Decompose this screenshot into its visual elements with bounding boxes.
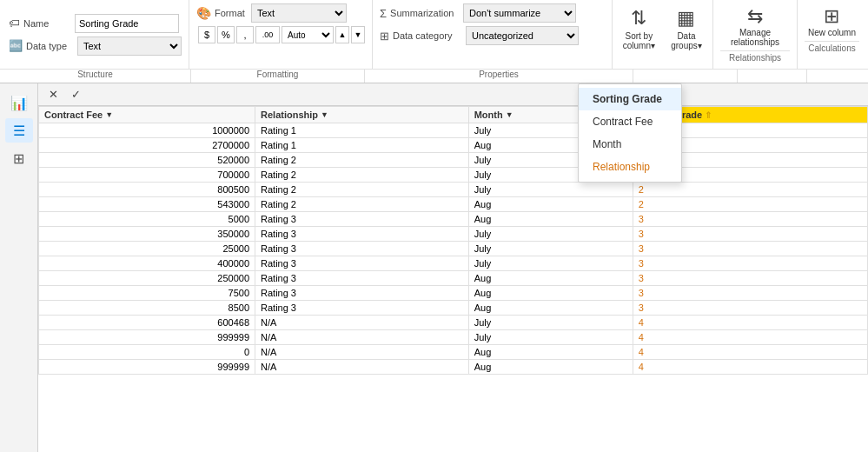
cell-month: July (468, 330, 633, 345)
cell-month: July (468, 227, 633, 242)
cell-contract-fee: 25000 (39, 242, 255, 256)
sidebar-icon-table[interactable]: ☰ (5, 118, 33, 143)
sort-by-column-dropdown: Sorting Grade Contract Fee Month Relatio… (578, 83, 682, 183)
cell-contract-fee: 543000 (39, 197, 255, 212)
datatype-row: 🔤 Data type Text (9, 37, 182, 56)
table-row: 520000 Rating 2 July 2 (39, 153, 868, 168)
datatype-icon: 🔤 (9, 39, 23, 52)
dollar-button[interactable]: $ (198, 26, 215, 43)
ribbon: 🏷 Name 🔤 Data type Text 🎨 Format Text (0, 0, 868, 83)
confirm-button[interactable]: ✓ (66, 86, 85, 103)
cell-relationship: Rating 3 (255, 271, 469, 286)
comma-button[interactable]: , (236, 26, 254, 43)
cell-month: Aug (468, 271, 633, 286)
table-row: 2700000 Rating 1 Aug 1 (39, 138, 868, 153)
datacategory-icon: ⊞ (380, 30, 389, 43)
table-row: 25000 Rating 3 July 3 (39, 242, 868, 256)
percent-button[interactable]: % (217, 26, 235, 43)
cell-contract-fee: 999999 (39, 360, 255, 375)
cell-relationship: N/A (255, 345, 469, 360)
cell-sorting-grade: 4 (633, 316, 867, 330)
cell-relationship: Rating 2 (255, 197, 469, 212)
datatype-field-label: Data type (26, 41, 74, 51)
decrement-button[interactable]: ▼ (351, 26, 365, 43)
increment-button[interactable]: ▲ (335, 26, 349, 43)
contract-fee-filter-icon[interactable]: ▼ (105, 110, 113, 119)
new-column-group: ⊞ New column Calculations (798, 0, 866, 69)
sidebar: 📊 ☰ ⊞ (0, 83, 38, 452)
relationship-filter-icon[interactable]: ▼ (321, 110, 328, 119)
new-column-button[interactable]: ⊞ New column (805, 3, 859, 39)
structure-group-label: Structure (0, 70, 191, 83)
cell-sorting-grade: 3 (633, 301, 867, 316)
cell-sorting-grade: 3 (633, 242, 867, 256)
table-row: 800500 Rating 2 July 2 (39, 183, 868, 197)
calculations-sublabel: Calculations (805, 41, 859, 53)
table-row: 999999 N/A Aug 4 (39, 360, 868, 375)
cell-month: Aug (468, 345, 633, 360)
dropdown-item-sorting-grade[interactable]: Sorting Grade (579, 88, 681, 110)
cell-contract-fee: 350000 (39, 227, 255, 242)
cell-month: Aug (468, 212, 633, 227)
cancel-button[interactable]: ✕ (43, 86, 63, 103)
table-row: 5000 Rating 3 Aug 3 (39, 212, 868, 227)
table-scroll[interactable]: Contract Fee ▼ Relationship ▼ (38, 106, 868, 452)
datacategory-select[interactable]: Uncategorized (466, 26, 579, 45)
cell-contract-fee: 700000 (39, 168, 255, 183)
format-group: 🎨 Format Text $ % , .00 Auto ▲ ▼ (189, 0, 373, 69)
data-groups-button[interactable]: ▦ Datagroups▾ (664, 3, 709, 54)
cell-contract-fee: 0 (39, 345, 255, 360)
cell-contract-fee: 600468 (39, 316, 255, 330)
cell-sorting-grade: 2 (633, 197, 867, 212)
cell-month: July (468, 256, 633, 271)
auto-select[interactable]: Auto (282, 26, 334, 43)
manage-relationships-button[interactable]: ⇆ Manage relationships (720, 3, 790, 49)
sort-by-column-button[interactable]: ⇅ Sort bycolumn▾ (616, 3, 662, 54)
format-row: 🎨 Format Text (196, 3, 365, 23)
properties-group: Σ Summarization Don't summarize ⊞ Data c… (373, 0, 613, 69)
summarization-row: Σ Summarization Don't summarize (380, 3, 605, 23)
table-row: 1000000 Rating 1 July 1 (39, 123, 868, 138)
properties-group-label: Properties (365, 70, 633, 83)
cell-relationship: N/A (255, 316, 469, 330)
cell-contract-fee: 400000 (39, 256, 255, 271)
cell-contract-fee: 1000000 (39, 123, 255, 138)
dropdown-item-month[interactable]: Month (579, 133, 681, 156)
table-toolbar: ✕ ✓ (38, 83, 868, 106)
table-container: ✕ ✓ Contract Fee ▼ (38, 83, 868, 452)
cell-contract-fee: 7500 (39, 286, 255, 301)
cell-contract-fee: 999999 (39, 330, 255, 345)
format-field-label: Format (215, 8, 248, 18)
sidebar-icon-model[interactable]: ⊞ (5, 146, 33, 170)
format-buttons-row: $ % , .00 Auto ▲ ▼ (196, 26, 365, 43)
cell-sorting-grade: 4 (633, 360, 867, 375)
cell-relationship: Rating 3 (255, 212, 469, 227)
name-input[interactable] (75, 14, 179, 33)
data-groups-label: Datagroups▾ (671, 31, 702, 50)
cell-contract-fee: 8500 (39, 301, 255, 316)
name-icon: 🏷 (9, 17, 20, 30)
cell-relationship: Rating 3 (255, 286, 469, 301)
col-header-relationship: Relationship ▼ (255, 107, 469, 123)
cell-sorting-grade: 3 (633, 271, 867, 286)
format-icon: 🎨 (196, 6, 211, 20)
month-filter-icon[interactable]: ▼ (506, 110, 514, 119)
dropdown-item-contract-fee[interactable]: Contract Fee (579, 110, 681, 133)
table-row: 350000 Rating 3 July 3 (39, 227, 868, 242)
decimal-button[interactable]: .00 (255, 26, 280, 43)
sidebar-icon-report[interactable]: 📊 (5, 90, 33, 115)
cell-relationship: Rating 2 (255, 168, 469, 183)
cell-contract-fee: 2700000 (39, 138, 255, 153)
cell-relationship: Rating 3 (255, 242, 469, 256)
table-row: 0 N/A Aug 4 (39, 345, 868, 360)
sorting-grade-sort-icon[interactable]: ⇑ (705, 110, 712, 120)
data-table: Contract Fee ▼ Relationship ▼ (38, 106, 868, 375)
summarization-select[interactable]: Don't summarize (463, 3, 576, 23)
cell-sorting-grade: 3 (633, 286, 867, 301)
datatype-select[interactable]: Text (77, 37, 182, 56)
summarization-label: Summarization (390, 8, 460, 18)
dropdown-item-relationship[interactable]: Relationship (579, 156, 681, 178)
cell-month: July (468, 183, 633, 197)
format-select[interactable]: Text (251, 3, 347, 23)
cell-relationship: Rating 2 (255, 153, 469, 168)
